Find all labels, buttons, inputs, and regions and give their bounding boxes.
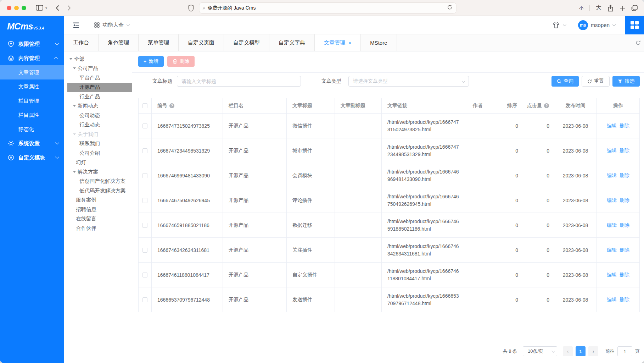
tree-item[interactable]: 在线留言: [64, 214, 132, 224]
avatar[interactable]: ms: [578, 20, 588, 30]
tree-item[interactable]: 信创国产化解决方案: [64, 177, 132, 186]
close-window-button[interactable]: [7, 6, 11, 10]
back-icon[interactable]: [56, 5, 59, 11]
share-icon[interactable]: [607, 5, 614, 12]
app-nav-dropdown[interactable]: 功能大全: [94, 22, 129, 28]
minimize-window-button[interactable]: [14, 6, 19, 10]
tree-expand-icon[interactable]: [73, 105, 76, 107]
tree-expand-icon[interactable]: [73, 171, 76, 173]
sidebar-item-permissions[interactable]: 权限管理: [0, 37, 64, 51]
tab[interactable]: MStore: [361, 34, 397, 51]
sidebar-chevron-icon[interactable]: ▾: [45, 6, 47, 10]
search-button[interactable]: 查询: [551, 76, 579, 87]
tree-item[interactable]: 公司介绍: [64, 148, 132, 158]
address-bar[interactable]: ⌕ 免费开源的 Java Cms: [199, 2, 456, 13]
delete-link[interactable]: 删除: [620, 148, 629, 154]
privacy-shield-icon[interactable]: [188, 5, 194, 12]
type-filter-select[interactable]: 请选择文章类型: [348, 76, 469, 87]
row-checkbox[interactable]: [142, 297, 147, 302]
row-checkbox[interactable]: [142, 273, 147, 277]
browser-sidebar-toggle-icon[interactable]: [36, 5, 43, 11]
delete-link[interactable]: 删除: [620, 172, 629, 179]
chevron-down-icon[interactable]: [612, 23, 616, 26]
edit-link[interactable]: 编辑: [607, 148, 617, 154]
help-icon[interactable]: ?: [169, 103, 174, 108]
app-grid-button[interactable]: [625, 16, 644, 34]
text-smaller-button[interactable]: 小: [579, 5, 583, 11]
tab[interactable]: 工作台: [64, 34, 99, 51]
tree-item[interactable]: 合作伙伴: [64, 224, 132, 233]
filter-button[interactable]: 筛选: [612, 76, 640, 87]
refresh-tabs-icon[interactable]: [632, 34, 644, 51]
row-checkbox[interactable]: [142, 223, 147, 228]
edit-link[interactable]: 编辑: [607, 247, 617, 253]
tree-item[interactable]: 平台产品: [64, 73, 132, 83]
tab[interactable]: 自定义字典: [269, 34, 315, 51]
sidebar-item-static[interactable]: 静态化: [0, 122, 64, 136]
tree-expand-icon[interactable]: [69, 58, 72, 60]
delete-link[interactable]: 删除: [620, 272, 629, 278]
title-filter-input[interactable]: [177, 76, 301, 87]
chevron-down-icon[interactable]: [563, 23, 566, 26]
next-page-button[interactable]: ›: [588, 346, 598, 356]
tree-item[interactable]: 服务案例: [64, 196, 132, 205]
tree-item[interactable]: 招聘信息: [64, 205, 132, 214]
maximize-window-button[interactable]: [22, 6, 26, 10]
reset-button[interactable]: 重置: [582, 76, 610, 87]
tree-item[interactable]: 公司动态: [64, 111, 132, 120]
delete-link[interactable]: 删除: [620, 222, 629, 229]
tree-item[interactable]: 公司产品: [64, 64, 132, 73]
edit-link[interactable]: 编辑: [607, 272, 617, 278]
sidebar-item-content[interactable]: 内容管理: [0, 51, 64, 65]
select-all-checkbox[interactable]: [142, 103, 147, 108]
delete-link[interactable]: 删除: [620, 297, 629, 303]
forward-icon[interactable]: [67, 5, 71, 11]
prev-page-button[interactable]: ‹: [563, 346, 573, 356]
delete-link[interactable]: 删除: [620, 123, 629, 129]
tree-item[interactable]: 低代码开发解决方案: [64, 186, 132, 196]
tab[interactable]: 角色管理: [99, 34, 139, 51]
theme-icon[interactable]: [552, 22, 560, 29]
reload-icon[interactable]: [447, 5, 452, 11]
tab[interactable]: 菜单管理: [139, 34, 179, 51]
sidebar-item-article-management[interactable]: 文章管理: [0, 65, 64, 79]
sidebar-item-article-attributes[interactable]: 文章属性: [0, 79, 64, 94]
close-icon[interactable]: ×: [348, 40, 351, 46]
page-size-select[interactable]: 10条/页: [523, 346, 557, 356]
sidebar-item-column-attributes[interactable]: 栏目属性: [0, 108, 64, 122]
menu-fold-icon[interactable]: [73, 22, 80, 28]
delete-link[interactable]: 删除: [620, 197, 629, 204]
goto-page-input[interactable]: [617, 346, 632, 356]
add-button[interactable]: + 新增: [138, 56, 164, 67]
tree-item[interactable]: 幻灯: [64, 158, 132, 167]
tab-overview-icon[interactable]: [631, 5, 638, 11]
delete-button[interactable]: 删除: [167, 56, 195, 67]
row-checkbox[interactable]: [142, 248, 147, 253]
tab[interactable]: 文章管理 ×: [315, 34, 361, 51]
edit-link[interactable]: 编辑: [607, 222, 617, 229]
sidebar-item-custom-modules[interactable]: 自定义模块: [0, 150, 64, 165]
delete-link[interactable]: 删除: [620, 247, 629, 253]
help-icon[interactable]: ?: [544, 103, 549, 108]
tree-item[interactable]: 新闻动态: [64, 101, 132, 111]
sidebar-item-system-settings[interactable]: 系统设置: [0, 136, 64, 150]
tree-item[interactable]: 行业产品: [64, 92, 132, 101]
text-larger-button[interactable]: 大: [596, 4, 601, 12]
edit-link[interactable]: 编辑: [607, 172, 617, 179]
edit-link[interactable]: 编辑: [607, 123, 617, 129]
tree-item[interactable]: 全部: [64, 54, 132, 64]
new-tab-icon[interactable]: [620, 5, 625, 11]
tree-item[interactable]: 开源产品: [67, 83, 132, 92]
edit-link[interactable]: 编辑: [607, 197, 617, 204]
tab[interactable]: 自定义模型: [224, 34, 269, 51]
tree-item[interactable]: 关于我们: [64, 130, 132, 139]
row-checkbox[interactable]: [142, 198, 147, 203]
tree-item[interactable]: 解决方案: [64, 167, 132, 177]
edit-link[interactable]: 编辑: [607, 297, 617, 303]
tree-item[interactable]: 行业动态: [64, 120, 132, 130]
row-checkbox[interactable]: [142, 148, 147, 153]
tree-item[interactable]: 联系我们: [64, 139, 132, 149]
current-page[interactable]: 1: [576, 346, 586, 356]
tree-expand-icon[interactable]: [73, 133, 76, 135]
row-checkbox[interactable]: [142, 173, 147, 178]
